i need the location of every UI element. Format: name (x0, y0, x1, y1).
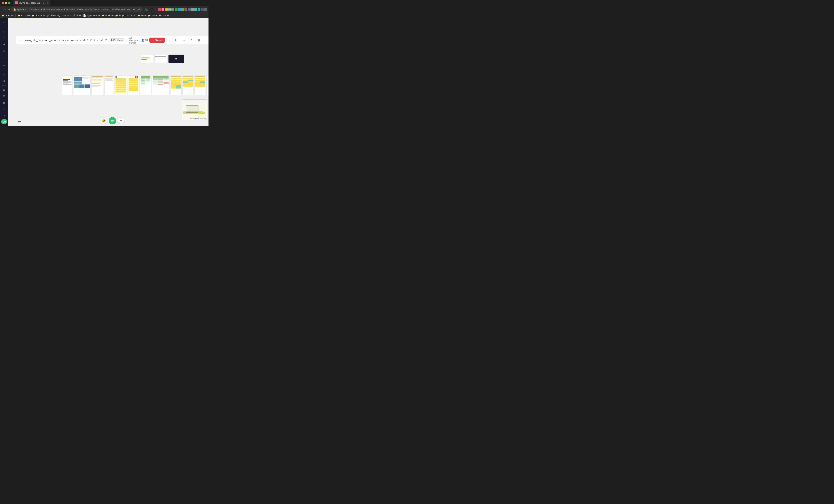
ext-1[interactable] (158, 8, 161, 11)
checkbox-btn[interactable]: ☑ (97, 37, 99, 43)
sidebar-back-btn[interactable]: ← (1, 20, 7, 26)
user-profile-icon[interactable] (198, 8, 200, 11)
sidebar-export-icon[interactable]: ⇥ (1, 113, 7, 118)
sidebar-grid-icon[interactable]: ⊞ (1, 93, 7, 99)
sidebar-sticky-icon[interactable]: ◻ (1, 28, 7, 34)
minimap-viewport[interactable] (186, 106, 198, 113)
ext-12[interactable] (194, 8, 197, 11)
board-8-flowchart-large[interactable] (152, 75, 170, 95)
bookmark-souvenirs[interactable]: 📁 Souvenirs (32, 14, 45, 17)
bookmark-veille[interactable]: 📁 Veille (137, 14, 146, 17)
nav-settings-btn[interactable]: ⚙ Navigation Settings (182, 117, 207, 119)
sidebar-user-avatar[interactable]: EM (1, 119, 7, 124)
sidebar-clock-icon[interactable]: ⏱ (1, 48, 7, 54)
chat-btn[interactable]: 💬 (174, 37, 180, 43)
address-bar[interactable]: 🔒 app.mural.co/t/publicissapient7269/m/p… (11, 7, 143, 12)
timer-btn[interactable]: ⏱ (105, 37, 107, 43)
table-view-btn[interactable]: ▦ (196, 37, 202, 43)
present-btn[interactable]: ⊡ (189, 37, 194, 43)
ext-11[interactable] (191, 8, 194, 11)
board-4-text[interactable] (105, 75, 114, 95)
board-7-flowchart-green[interactable] (140, 75, 151, 95)
board-10-stickies-columns2[interactable] (182, 75, 194, 95)
ext-3[interactable] (165, 8, 168, 11)
refresh-btn[interactable]: ↻ (5, 7, 7, 12)
toolbar-title-dropdown-icon[interactable]: ▾ (80, 39, 81, 41)
browser-search-icon[interactable]: ⌕ (202, 1, 207, 5)
heart-action-icon[interactable]: ♡ (154, 7, 157, 11)
active-tab[interactable]: M invivo_site_corporate_arboresc... × (13, 0, 50, 5)
ext-13[interactable] (201, 8, 204, 11)
arborescence-thumb[interactable]: Arborescence profile (140, 54, 153, 63)
menu-icon[interactable]: ⋮ (208, 7, 208, 11)
board-12-small-dot[interactable] (207, 75, 208, 95)
bookmark-projets[interactable]: 📁 Projets (115, 14, 126, 17)
undo-btn[interactable]: ↺ (83, 37, 85, 43)
sidebar-settings-icon[interactable]: ⚙ (1, 78, 7, 84)
ext-6[interactable] (175, 8, 177, 11)
tab-close-btn[interactable]: × (46, 1, 48, 4)
board-3-text-yellow[interactable]: Content Brief (91, 75, 104, 95)
view-btn[interactable]: ⊡ (90, 37, 92, 43)
bookmark-musique[interactable]: 📁 Musique (102, 14, 113, 17)
board-1-text[interactable]: Notes (62, 75, 72, 95)
forward-btn[interactable]: › (3, 7, 4, 12)
ext-4[interactable]: EM (168, 8, 171, 11)
ext-5[interactable] (171, 8, 174, 11)
maximize-window-btn[interactable] (8, 2, 10, 4)
mural-boards-row[interactable]: Notes (62, 75, 208, 95)
window-controls[interactable] (2, 2, 10, 4)
ext-14[interactable] (204, 8, 207, 11)
board-11-stickies-columns3[interactable] (195, 75, 206, 95)
redo-btn[interactable]: ↻ (87, 37, 89, 43)
share-btn[interactable]: ↑ Share (149, 38, 165, 43)
sidebar-table-icon[interactable]: ▦ (1, 100, 7, 106)
emoji-btn[interactable]: 🙂 (101, 117, 107, 124)
bookmark-favoris[interactable]: Favoris (6, 14, 14, 17)
sidebar-face-icon[interactable]: ◉ (1, 41, 7, 47)
brush-btn[interactable]: 🖌 (101, 37, 103, 43)
canvas-area[interactable]: Arborescence profile (17, 44, 208, 126)
sidebar-heart-icon[interactable]: ♡ (1, 35, 7, 41)
ext-8[interactable] (181, 8, 184, 11)
sidebar-download-icon[interactable]: ↓ (1, 54, 7, 60)
comment-btn[interactable]: ○ (181, 37, 187, 43)
ext-9[interactable] (184, 8, 188, 11)
sidebar-image-icon[interactable]: 🖼 (1, 87, 7, 93)
bookmark-pinit[interactable]: 📌 Pin It (73, 14, 82, 17)
sidebar-pen-icon[interactable]: ✏ (1, 63, 7, 69)
bookmark-comptes[interactable]: 📁 Comptes (18, 14, 30, 17)
close-window-btn[interactable] (2, 2, 4, 4)
board-6-stickies-mixed[interactable] (128, 75, 139, 95)
search-toolbar-btn[interactable]: ⌕ (203, 37, 208, 43)
bookmark-shopping[interactable]: 🛒 Shopping (47, 14, 60, 17)
bookmark-notion[interactable]: 📁 Notion Resources (148, 14, 170, 17)
ext-2[interactable] (161, 8, 164, 11)
bookmark-typesample[interactable]: 📄 Type Sample (83, 14, 100, 17)
user-avatar-bottom[interactable]: EM (109, 117, 116, 124)
bookmark-outils[interactable]: ⚙ Outils (127, 14, 136, 17)
minimap-container[interactable]: ⚙ Navigation Settings (182, 99, 207, 120)
sidebar-star-icon[interactable]: ☆ (1, 72, 7, 78)
screen-icon[interactable]: 📷 (145, 7, 148, 11)
facilitator-badge[interactable]: Facilitator (109, 38, 125, 42)
dark-photo-thumb[interactable]: 📷 (169, 54, 184, 63)
add-collaborator-btn[interactable]: + (118, 117, 124, 124)
download-toolbar-btn[interactable]: ↓ (167, 37, 172, 43)
board-2-photos[interactable] (73, 75, 91, 95)
board-9-stickies-columns[interactable] (170, 75, 182, 95)
frame-btn[interactable]: ⊞ (93, 37, 95, 43)
more-options-btn[interactable]: ••• (18, 120, 21, 123)
home-btn[interactable]: ⊞ (8, 7, 10, 12)
ext-10[interactable]: N (188, 8, 191, 11)
shield-icon[interactable]: 🛡 (149, 7, 153, 11)
ext-7[interactable] (178, 8, 181, 11)
toolbar-back-btn[interactable]: ← (19, 37, 22, 43)
structure-thumb[interactable] (155, 54, 167, 63)
new-tab-btn[interactable]: + (51, 1, 55, 5)
sidebar-library-icon[interactable]: ≡ (1, 106, 7, 112)
bookmark-razorfish[interactable]: Razorfish (62, 14, 71, 17)
back-btn[interactable]: ‹ (2, 7, 2, 12)
mural-canvas[interactable]: Arborescence profile (17, 44, 208, 126)
minimap-body[interactable] (182, 103, 207, 117)
